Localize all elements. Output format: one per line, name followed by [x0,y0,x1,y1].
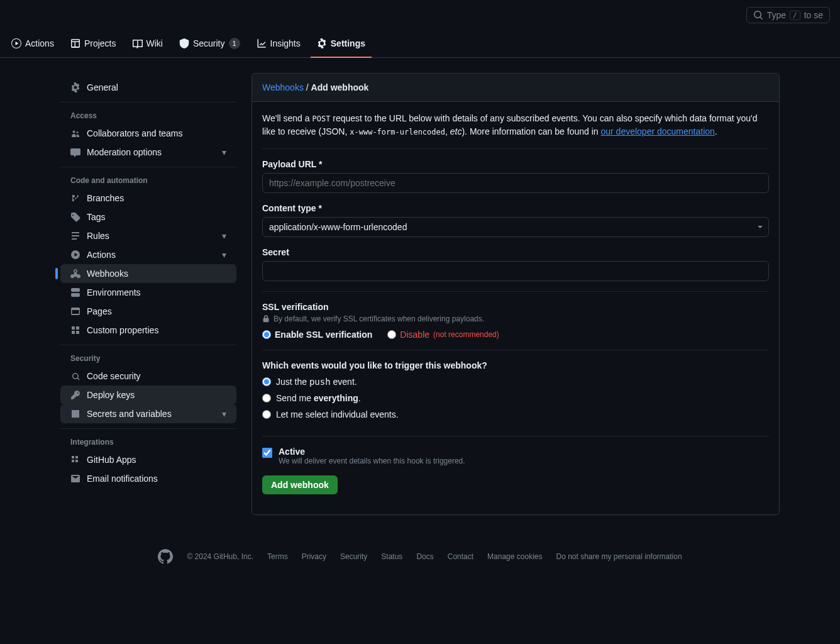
search-key-hint: / [790,11,800,20]
tab-security[interactable]: Security 1 [173,30,246,58]
footer-noshare[interactable]: Do not share my personal information [556,552,682,561]
chevron-down-icon: ▾ [222,409,226,419]
sidebar-item-collaborators[interactable]: Collaborators and teams [60,124,236,143]
sidebar-item-moderation[interactable]: Moderation options ▾ [60,143,236,162]
payload-url-label: Payload URL * [262,159,769,169]
event-push-radio[interactable]: Just the push event. [262,377,769,387]
page-footer: © 2024 GitHub, Inc. Terms Privacy Securi… [0,530,840,589]
ssl-disable-radio[interactable]: Disable (not recommended) [387,330,499,340]
table-icon [70,38,80,48]
book-icon [133,38,143,48]
footer-security[interactable]: Security [340,552,367,561]
tag-icon [70,212,80,222]
sidebar-item-custom-properties[interactable]: Custom properties [60,321,236,340]
sidebar-item-deploy-keys[interactable]: Deploy keys [60,386,236,404]
asterisk-icon [70,409,80,419]
people-icon [70,128,80,138]
props-icon [70,325,80,335]
docs-link[interactable]: our developer documentation [600,126,714,136]
footer-cookies[interactable]: Manage cookies [487,552,542,561]
browser-icon [70,306,80,316]
sidebar-item-email-notifications[interactable]: Email notifications [60,469,236,488]
secret-label: Secret [262,247,769,257]
sidebar-item-webhooks[interactable]: Webhooks [60,264,236,283]
sidebar-item-github-apps[interactable]: GitHub Apps [60,450,236,469]
graph-icon [257,38,267,48]
breadcrumb-parent[interactable]: Webhooks [262,82,304,92]
sidebar-item-code-security[interactable]: Code security [60,367,236,386]
sidebar-item-branches[interactable]: Branches [60,189,236,208]
settings-sidebar: General Access Collaborators and teams M… [60,73,236,515]
gear-icon [70,82,80,92]
sidebar-item-pages[interactable]: Pages [60,302,236,321]
search-placeholder-suffix: to se [804,10,823,20]
add-webhook-button[interactable]: Add webhook [262,475,338,494]
tab-actions[interactable]: Actions [5,30,60,58]
footer-terms[interactable]: Terms [267,552,288,561]
tab-settings[interactable]: Settings [311,30,372,58]
content-type-select[interactable]: application/x-www-form-urlencoded [262,217,769,237]
rules-icon [70,231,80,241]
secret-input[interactable] [262,261,769,281]
active-description: We will deliver event details when this … [279,457,465,465]
branch-icon [70,193,80,203]
apps-icon [70,455,80,465]
breadcrumb: Webhooks / Add webhook [252,74,779,102]
webhook-icon [70,269,80,279]
chevron-down-icon: ▾ [222,250,226,260]
active-checkbox[interactable] [262,448,272,458]
sidebar-item-general[interactable]: General [60,78,236,97]
tab-insights[interactable]: Insights [250,30,307,58]
sidebar-heading-access: Access [60,108,236,124]
breadcrumb-current: Add webhook [311,82,369,92]
event-select-radio[interactable]: Let me select individual events. [262,409,769,419]
play-icon [70,250,80,260]
global-search[interactable]: Type / to se [746,7,830,23]
footer-contact[interactable]: Contact [448,552,473,561]
events-heading: Which events would you like to trigger t… [262,360,769,370]
gear-icon [317,38,327,48]
footer-privacy[interactable]: Privacy [302,552,326,561]
sidebar-item-tags[interactable]: Tags [60,208,236,226]
sidebar-heading-security: Security [60,350,236,367]
intro-text: We'll send a POST request to the URL bel… [262,112,769,149]
security-counter: 1 [229,38,240,49]
sidebar-item-actions[interactable]: Actions ▾ [60,245,236,264]
search-icon [753,10,763,20]
server-icon [70,287,80,297]
footer-copyright: © 2024 GitHub, Inc. [187,552,253,561]
search-placeholder-prefix: Type [767,10,786,20]
ssl-heading: SSL verification [262,302,769,312]
payload-url-input[interactable] [262,173,769,193]
content-type-label: Content type * [262,203,769,213]
chevron-down-icon: ▾ [222,147,226,157]
active-label: Active [279,447,465,457]
shield-icon [179,38,189,48]
tab-wiki[interactable]: Wiki [126,30,169,58]
footer-docs[interactable]: Docs [416,552,433,561]
chevron-down-icon: ▾ [222,231,226,241]
event-everything-radio[interactable]: Send me everything. [262,393,769,403]
sidebar-item-rules[interactable]: Rules ▾ [60,226,236,245]
lock-icon [262,315,270,323]
sidebar-item-environments[interactable]: Environments [60,283,236,302]
key-icon [70,390,80,400]
footer-status[interactable]: Status [381,552,402,561]
play-icon [11,38,21,48]
scan-icon [70,371,80,381]
mail-icon [70,474,80,484]
repo-tabs: Actions Projects Wiki Security 1 Insight… [0,30,840,58]
github-logo-icon [158,549,173,564]
webhook-panel: Webhooks / Add webhook We'll send a POST… [251,73,780,515]
sidebar-heading-code: Code and automation [60,172,236,189]
sidebar-heading-integrations: Integrations [60,434,236,450]
tab-projects[interactable]: Projects [64,30,123,58]
ssl-description: By default, we verify SSL certificates w… [262,314,769,323]
ssl-enable-radio[interactable]: Enable SSL verification [262,330,372,340]
comment-icon [70,147,80,157]
sidebar-item-secrets[interactable]: Secrets and variables ▾ [60,404,236,423]
